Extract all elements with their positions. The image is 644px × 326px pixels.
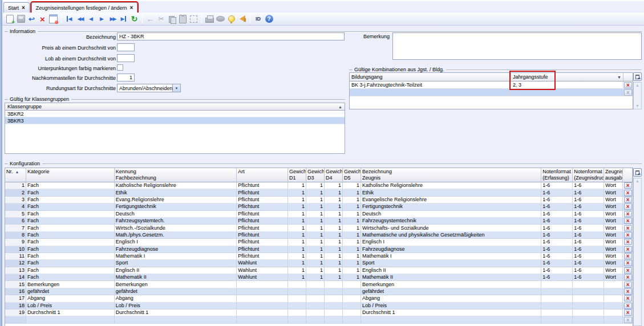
konfig-column-header[interactable]: Gewicht D5 — [343, 168, 361, 182]
konfig-column-header[interactable]: Gewicht D4 — [325, 168, 343, 182]
delete-row-button[interactable]: × — [624, 239, 632, 245]
hint-icon[interactable] — [226, 14, 237, 25]
last-record-icon[interactable] — [118, 14, 129, 25]
save-icon[interactable] — [15, 14, 26, 25]
unterpunktungen-checkbox[interactable] — [117, 64, 123, 71]
bezeichnung-input[interactable]: HZ - 3BKR — [117, 32, 345, 40]
konfig-row[interactable]: 4FachFertigungstechnikPflichtunt1111Fert… — [5, 203, 633, 210]
delete-row-button[interactable]: × — [624, 232, 632, 238]
rundungsart-dropdown[interactable]: Abrunden/Abschneiden ▼ — [117, 84, 181, 92]
konfig-column-header[interactable]: Kennung Fachbezeichnung — [115, 168, 237, 182]
konfig-row[interactable]: 7FachWirtsch.-/SozialkundePflichtunt1111… — [5, 225, 633, 231]
tab-zeugniseinstellungen[interactable]: Zeugniseinstellungen festlegen / ändern … — [31, 2, 137, 13]
bemerkung-textarea[interactable] — [392, 32, 642, 60]
tab-start[interactable]: Start × — [3, 2, 30, 13]
konfig-row[interactable]: 16gefährdetgefährdetgefährdet× — [5, 288, 633, 295]
konfig-column-header[interactable]: Bezeichnung Zeugnis — [361, 168, 541, 182]
konfig-row[interactable]: 9FachEnglisch IPflichtunt1111Englisch I1… — [5, 239, 633, 246]
delete-row-button[interactable]: × — [624, 309, 632, 316]
delete-row-button[interactable]: × — [624, 190, 632, 196]
delete-row-button[interactable]: × — [624, 253, 632, 259]
customize-columns-button[interactable]: + — [633, 168, 642, 177]
konfig-row[interactable]: 2FachEthikPflichtunt1111Ethik1-61-6Wort× — [5, 189, 633, 196]
delete-row-button[interactable]: × — [624, 89, 632, 96]
konfig-row[interactable]: 15BemerkungenBemerkungenBemerkungen× — [5, 281, 633, 288]
close-icon[interactable]: × — [129, 5, 133, 10]
edit-form-icon[interactable] — [48, 14, 59, 25]
konfig-column-header[interactable]: Art — [237, 168, 288, 182]
delete-row-button[interactable]: × — [624, 182, 632, 189]
kombination-row[interactable]: × — [350, 89, 633, 96]
first-record-icon[interactable] — [64, 14, 75, 25]
chevron-down-icon[interactable]: ▼ — [172, 84, 180, 92]
kombination-row[interactable]: BK 3-j.Fahrzeugtechnik-Teilzeit2, 3× — [350, 82, 633, 89]
delete-row-button[interactable]: × — [624, 267, 632, 274]
delete-row-button[interactable]: × — [624, 295, 632, 301]
klassengruppe-column-header[interactable]: Klassengruppe ▲ — [5, 103, 345, 111]
konfig-column-header[interactable]: Notenformat (Zeugnisdruck) — [573, 168, 604, 182]
copy-icon[interactable] — [167, 14, 177, 25]
delete-row-button[interactable]: × — [624, 317, 632, 323]
konfig-row[interactable]: 17AbgangAbgangAbgang× — [5, 295, 633, 302]
delete-row-button[interactable]: × — [624, 82, 632, 88]
jahrgangsstufe-column-header[interactable]: Jahrgangsstufe ▼ — [511, 73, 623, 81]
new-record-icon[interactable] — [5, 14, 15, 25]
delete-row-button[interactable]: × — [624, 282, 632, 288]
klassengruppe-row[interactable]: 3BKR3 — [5, 117, 345, 124]
konfig-row[interactable]: 1FachKatholische ReligionslehrePflichtun… — [5, 182, 633, 189]
konfig-row[interactable]: 6FachFahrzeugsystemtech.Pflichtunt1111Fa… — [5, 218, 633, 225]
lob-input[interactable] — [117, 54, 135, 62]
delete-row-button[interactable]: × — [624, 203, 632, 210]
navigate-back-icon[interactable] — [145, 14, 156, 25]
scroll-up-icon[interactable]: ▲ — [635, 83, 639, 88]
konfig-row[interactable]: 18Lob / PreisLob / PreisLob / Preis× — [5, 303, 633, 309]
konfiguration-scrollbar[interactable]: ▲ — [633, 178, 642, 326]
konfig-row[interactable]: 10FachFahrzeugdiagnosePflichtunt1111Fahr… — [5, 246, 633, 253]
stamp-icon[interactable] — [215, 14, 226, 25]
delete-row-button[interactable]: × — [624, 197, 632, 203]
konfig-row[interactable]: 5FachDeutschPflichtunt1111Deutsch1-61-6W… — [5, 211, 633, 218]
cut-icon[interactable] — [156, 14, 167, 25]
scroll-up-icon[interactable]: ▲ — [635, 178, 639, 184]
konfig-row[interactable]: 13FachEnglisch IIWahlunt1111Englisch II1… — [5, 267, 633, 274]
select-region-icon[interactable] — [188, 14, 199, 25]
notification-icon[interactable] — [237, 14, 248, 25]
konfig-column-header[interactable]: Gewicht D1 — [288, 168, 306, 182]
kombinationen-scrollbar[interactable]: ▲ ▼ — [633, 82, 642, 109]
konfig-column-header[interactable]: Notenformat (Erfassung) — [541, 168, 573, 182]
konfig-row[interactable]: 11FachMathematik IPflichtunt1111Mathemat… — [5, 253, 633, 260]
scroll-down-icon[interactable]: ▼ — [635, 103, 639, 109]
delete-row-button[interactable]: × — [624, 218, 632, 224]
print-icon[interactable] — [204, 14, 215, 25]
next-record-icon[interactable] — [96, 14, 107, 25]
id-icon[interactable] — [253, 14, 264, 25]
help-icon[interactable] — [264, 14, 274, 25]
refresh-icon[interactable] — [129, 14, 140, 25]
close-icon[interactable]: × — [22, 5, 25, 10]
delete-row-button[interactable]: × — [624, 260, 632, 266]
klassengruppe-row[interactable]: 3BKR2 — [5, 111, 345, 117]
konfig-row[interactable]: 19Durchschnitt 1Durchschnitt 1Durchschni… — [5, 309, 633, 316]
delete-row-button[interactable]: × — [624, 211, 632, 217]
paste-icon[interactable] — [177, 14, 188, 25]
undo-icon[interactable] — [26, 14, 37, 25]
prior-record-icon[interactable] — [86, 14, 96, 25]
bildungsgang-column-header[interactable]: Bildungsgang — [350, 73, 511, 81]
customize-columns-button[interactable]: + — [633, 72, 642, 81]
konfig-row[interactable]: 14FachMathematik IIWahlunt1111Mathematik… — [5, 274, 633, 281]
preis-input[interactable] — [117, 43, 135, 51]
konfig-row[interactable]: 3FachEvang.ReligionslehrePflichtunt1111E… — [5, 197, 633, 203]
konfig-column-header[interactable]: Kategorie — [26, 168, 115, 182]
konfig-column-header[interactable]: Gewicht D3 — [306, 168, 325, 182]
delete-row-button[interactable]: × — [624, 303, 632, 309]
nachkommastellen-input[interactable]: 1 — [117, 74, 135, 82]
next-page-icon[interactable] — [107, 14, 118, 25]
delete-row-button[interactable]: × — [624, 288, 632, 295]
konfig-column-header[interactable]: Zeugnis- ausgabe — [604, 168, 623, 182]
konfig-row[interactable]: 12FachSportWahlunt1111Sport1-61-6Wort× — [5, 260, 633, 267]
delete-icon[interactable] — [37, 14, 48, 25]
konfig-new-row[interactable]: × — [5, 316, 633, 323]
prior-page-icon[interactable] — [75, 14, 86, 25]
delete-row-button[interactable]: × — [624, 274, 632, 280]
delete-row-button[interactable]: × — [624, 246, 632, 252]
